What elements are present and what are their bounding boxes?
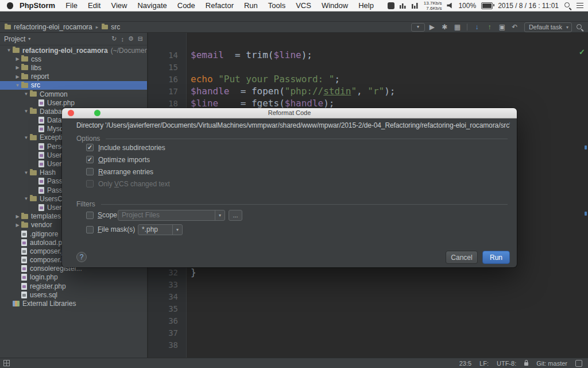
- tree-item-report[interactable]: ▶report: [0, 72, 147, 81]
- tree-item-user-php[interactable]: User.php: [0, 98, 147, 107]
- tree-item-login-php[interactable]: login.php: [0, 273, 147, 282]
- toolwindow-switcher-icon[interactable]: [3, 360, 10, 366]
- code-line-33[interactable]: 33: [148, 278, 588, 290]
- checkbox-label[interactable]: Rearrange entries: [98, 168, 153, 176]
- expand-arrow-closed[interactable]: ▶: [14, 223, 21, 228]
- expand-arrow-open[interactable]: ▼: [6, 48, 12, 53]
- code-line-38[interactable]: 38: [148, 339, 588, 351]
- tree-item-src[interactable]: ▼src: [0, 81, 147, 90]
- tree-item-users-sql[interactable]: users.sql: [0, 290, 147, 299]
- file-mask-label[interactable]: File mask(s): [98, 225, 138, 233]
- code-line-36[interactable]: 36: [148, 315, 588, 327]
- volume-icon[interactable]: [447, 3, 453, 9]
- encoding[interactable]: UTF-8:: [497, 360, 516, 367]
- lock-icon[interactable]: [524, 362, 528, 366]
- code-line-34[interactable]: 34: [148, 290, 588, 302]
- expand-arrow-open[interactable]: ▼: [23, 109, 29, 114]
- inspections-icon[interactable]: ✱: [439, 22, 450, 32]
- menu-code[interactable]: Code: [172, 1, 200, 10]
- line-ending[interactable]: LF:: [479, 360, 489, 367]
- checkbox-optimize-imports[interactable]: ✓: [86, 156, 94, 163]
- breadcrumb-project[interactable]: refactoring-eloi_rocamora: [14, 23, 92, 31]
- expand-arrow-closed[interactable]: ▶: [14, 214, 21, 219]
- checkbox-rearrange-entries[interactable]: [86, 168, 94, 175]
- code-line-32[interactable]: 32}: [148, 266, 588, 278]
- code-line-17[interactable]: 17$handle = fopen("php://stdin", "r");: [148, 85, 588, 97]
- code-line-15[interactable]: 15: [148, 61, 588, 73]
- menubar-clock[interactable]: 2015 / 8 / 16 : 11:01: [498, 2, 559, 10]
- scroll-to-source-icon[interactable]: ↕: [121, 36, 124, 43]
- tree-item-css[interactable]: ▶css: [0, 55, 147, 63]
- scope-label[interactable]: Scope: [98, 211, 118, 219]
- search-everywhere-icon[interactable]: [576, 24, 583, 31]
- dialog-titlebar[interactable]: Reformat Code: [62, 108, 517, 118]
- code-line-16[interactable]: 16echo "Put your Password: ";: [148, 73, 588, 85]
- menu-view[interactable]: View: [106, 1, 132, 10]
- inspection-ok-icon[interactable]: ✓: [579, 48, 585, 56]
- expand-arrow-open[interactable]: ▼: [23, 196, 29, 201]
- coverage-grid-icon[interactable]: ▦: [452, 22, 463, 32]
- run-icon[interactable]: ▶: [427, 22, 438, 32]
- vcs-push-icon[interactable]: ↑: [484, 22, 495, 32]
- scrollbar-marker[interactable]: [585, 212, 587, 216]
- run-button[interactable]: Run: [482, 251, 510, 264]
- expand-arrow-open[interactable]: ▼: [23, 91, 29, 97]
- notification-center-icon[interactable]: [577, 3, 583, 9]
- run-config-combo[interactable]: ▾: [411, 23, 425, 32]
- tree-item-libs[interactable]: ▶libs: [0, 63, 147, 72]
- checkbox-label[interactable]: Optimize imports: [98, 156, 150, 164]
- help-button[interactable]: ?: [76, 252, 87, 262]
- chevron-down-icon[interactable]: ▾: [28, 36, 30, 41]
- network-speed-readout[interactable]: 13.7Kb/s 7.6Kb/s: [424, 1, 442, 11]
- tree-item-common[interactable]: ▼Common: [0, 90, 147, 98]
- menu-refactor[interactable]: Refactor: [200, 1, 239, 10]
- tree-item-external-libraries[interactable]: External Libraries: [0, 299, 147, 308]
- file-mask-combo[interactable]: *.php ▾: [138, 224, 183, 235]
- task-combo[interactable]: Default task ▾: [524, 22, 572, 32]
- tree-item-refactoring-eloi-rocamora[interactable]: ▼refactoring-eloi_rocamora(~/Documents/V…: [0, 46, 147, 55]
- collapse-all-icon[interactable]: ⊟: [138, 35, 143, 43]
- menu-phpstorm[interactable]: PhpStorm: [14, 1, 60, 10]
- checkbox-only-vcs-changed-text[interactable]: [86, 180, 94, 187]
- tree-item-register-php[interactable]: register.php: [0, 282, 147, 290]
- code-line-18[interactable]: 18$line = fgets($handle);: [148, 97, 588, 109]
- code-line-37[interactable]: 37: [148, 327, 588, 339]
- apple-menu-icon[interactable]: [7, 2, 13, 9]
- caret-position[interactable]: 23:5: [459, 360, 471, 367]
- zoom-icon[interactable]: [94, 110, 100, 116]
- expand-arrow-closed[interactable]: ▶: [14, 74, 21, 79]
- checkbox-file-mask[interactable]: [86, 226, 94, 233]
- menu-file[interactable]: File: [60, 1, 83, 10]
- checkbox-scope[interactable]: [86, 212, 94, 219]
- browse-button[interactable]: ...: [229, 210, 242, 221]
- battery-icon[interactable]: [481, 2, 493, 9]
- vcs-update-icon[interactable]: ↓: [471, 22, 482, 32]
- expand-arrow-closed[interactable]: ▶: [14, 65, 21, 70]
- expand-arrow-open[interactable]: ▼: [23, 135, 29, 140]
- checkbox-label[interactable]: Only VCS changed text: [98, 180, 170, 188]
- expand-arrow-closed[interactable]: ▶: [14, 56, 21, 62]
- menu-window[interactable]: Window: [316, 1, 353, 10]
- chevron-down-icon[interactable]: ▾: [215, 210, 225, 220]
- cancel-button[interactable]: Cancel: [446, 251, 478, 264]
- rollback-icon[interactable]: ↶: [509, 22, 520, 32]
- window-titlebar[interactable]: [0, 12, 588, 22]
- menu-help[interactable]: Help: [353, 1, 379, 10]
- menu-navigate[interactable]: Navigate: [132, 1, 172, 10]
- menu-tools[interactable]: Tools: [263, 1, 291, 10]
- changes-icon[interactable]: ▣: [497, 22, 508, 32]
- network-chart-icon[interactable]: [412, 2, 419, 9]
- scope-combo[interactable]: Project Files ▾: [118, 210, 225, 221]
- close-icon[interactable]: [68, 110, 74, 116]
- expand-arrow-open[interactable]: ▼: [23, 170, 29, 175]
- git-branch[interactable]: Git: master: [536, 360, 567, 367]
- breadcrumb-src[interactable]: src: [111, 23, 120, 31]
- code-line-14[interactable]: 14$email = trim($line);: [148, 49, 588, 61]
- menu-vcs[interactable]: VCS: [291, 1, 316, 10]
- gear-icon[interactable]: ⚙: [128, 35, 134, 43]
- activity-chart-icon[interactable]: [400, 2, 407, 9]
- expand-arrow-open[interactable]: ▼: [14, 83, 21, 88]
- menu-run[interactable]: Run: [239, 1, 263, 10]
- scrollbar-marker[interactable]: [585, 145, 587, 150]
- checkbox-include-subdirectories[interactable]: ✓: [86, 144, 94, 151]
